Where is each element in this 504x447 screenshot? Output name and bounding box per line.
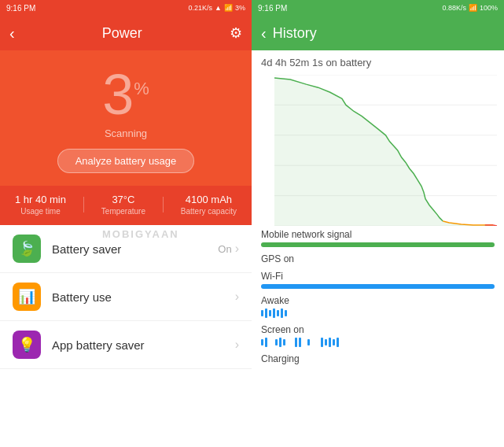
chart-container bbox=[274, 75, 498, 226]
battery-saver-icon: 🍃 bbox=[13, 235, 41, 263]
battery-saver-status: On bbox=[218, 243, 231, 255]
tick-3 bbox=[269, 310, 271, 316]
battery-hero: 3% Scanning Analyze battery usage bbox=[0, 50, 252, 186]
gps-label: GPS on bbox=[261, 253, 495, 264]
status-icons-right: 0.88K/s 📶 100% bbox=[442, 4, 498, 12]
app-battery-saver-icon: 💡 bbox=[13, 331, 41, 359]
app-battery-saver-label: App battery saver bbox=[52, 338, 235, 352]
tick-2 bbox=[265, 308, 267, 318]
settings-icon[interactable]: ⚙ bbox=[230, 24, 242, 42]
wifi-label: Wi-Fi bbox=[261, 271, 495, 282]
signal-icon-left: ▲ bbox=[215, 4, 222, 12]
stat-capacity: 4100 mAh Battery capacity bbox=[181, 194, 237, 216]
status-bar-right: 9:16 PM 0.88K/s 📶 100% bbox=[252, 0, 504, 16]
mobile-signal-label: Mobile network signal bbox=[261, 229, 495, 240]
menu-item-battery-saver[interactable]: 🍃 Battery saver On › bbox=[0, 225, 252, 273]
wifi-bar bbox=[261, 284, 495, 289]
awake-row: Awake bbox=[261, 295, 495, 318]
battery-use-right: › bbox=[235, 290, 239, 304]
gps-row: GPS on bbox=[261, 253, 495, 264]
wifi-icon-left: 📶 bbox=[224, 4, 233, 12]
time-right: 9:16 PM bbox=[258, 4, 287, 13]
charging-label: Charging bbox=[261, 353, 495, 364]
stat-usage: 1 hr 40 min Usage time bbox=[15, 194, 66, 216]
speed-right: 0.88K/s bbox=[442, 4, 466, 12]
status-bar-left: 9:16 PM 0.21K/s ▲ 📶 3% bbox=[0, 0, 252, 16]
chevron-icon-2: › bbox=[235, 290, 239, 304]
battery-duration: 4d 4h 52m 1s on battery bbox=[252, 50, 504, 72]
battery-stats: 1 hr 40 min Usage time 37°C Temperature … bbox=[0, 186, 252, 225]
mobile-signal-bar bbox=[261, 242, 495, 247]
chevron-icon-3: › bbox=[235, 338, 239, 352]
battery-saver-label: Battery saver bbox=[52, 242, 218, 256]
page-title-right: History bbox=[273, 25, 317, 42]
tick-7 bbox=[285, 310, 287, 316]
scanning-text: Scanning bbox=[105, 127, 147, 139]
screen-ticks bbox=[261, 338, 495, 347]
wifi-icon-right: 📶 bbox=[469, 4, 477, 12]
battery-right: 100% bbox=[480, 4, 498, 12]
status-icons-left: 0.21K/s ▲ 📶 3% bbox=[189, 4, 245, 12]
battery-use-label: Battery use bbox=[52, 290, 235, 304]
charging-row: Charging bbox=[261, 353, 495, 364]
top-bar-left: ‹ Power ⚙ bbox=[0, 16, 252, 50]
analyze-button[interactable]: Analyze battery usage bbox=[57, 149, 195, 173]
menu-list: 🍃 Battery saver On › 📊 Battery use › 💡 A… bbox=[0, 225, 252, 447]
back-button-left[interactable]: ‹ bbox=[9, 24, 15, 42]
wifi-row: Wi-Fi bbox=[261, 271, 495, 289]
history-content: 4d 4h 52m 1s on battery 100 80 60 40 20 bbox=[252, 50, 504, 447]
screen-label: Screen on bbox=[261, 324, 495, 335]
awake-ticks bbox=[261, 308, 495, 318]
battery-use-icon: 📊 bbox=[13, 283, 41, 311]
chart-area: 100 80 60 40 20 bbox=[252, 72, 504, 229]
signal-section: Mobile network signal GPS on Wi-Fi Awake bbox=[252, 229, 504, 447]
menu-item-battery-use[interactable]: 📊 Battery use › bbox=[0, 273, 252, 321]
battery-chart bbox=[274, 75, 498, 226]
screen-row: Screen on bbox=[261, 324, 495, 347]
app-battery-saver-right: › bbox=[235, 338, 239, 352]
back-button-right[interactable]: ‹ bbox=[261, 24, 267, 42]
speed-left: 0.21K/s bbox=[189, 4, 213, 12]
battery-left: 3% bbox=[235, 4, 245, 12]
time-left: 9:16 PM bbox=[6, 4, 35, 13]
page-title-left: Power bbox=[102, 25, 142, 42]
tick-4 bbox=[273, 308, 275, 318]
tick-5 bbox=[277, 310, 279, 316]
mobile-signal-row: Mobile network signal bbox=[261, 229, 495, 247]
battery-saver-right: On › bbox=[218, 242, 239, 256]
menu-item-app-battery-saver[interactable]: 💡 App battery saver › bbox=[0, 321, 252, 369]
awake-label: Awake bbox=[261, 295, 495, 306]
battery-percent: 3% bbox=[102, 66, 149, 123]
top-bar-right: ‹ History bbox=[252, 16, 504, 50]
tick-6 bbox=[281, 308, 283, 318]
svg-marker-6 bbox=[274, 78, 497, 226]
chevron-icon-1: › bbox=[235, 242, 239, 256]
stat-temperature: 37°C Temperature bbox=[101, 194, 145, 216]
tick-1 bbox=[261, 310, 263, 316]
